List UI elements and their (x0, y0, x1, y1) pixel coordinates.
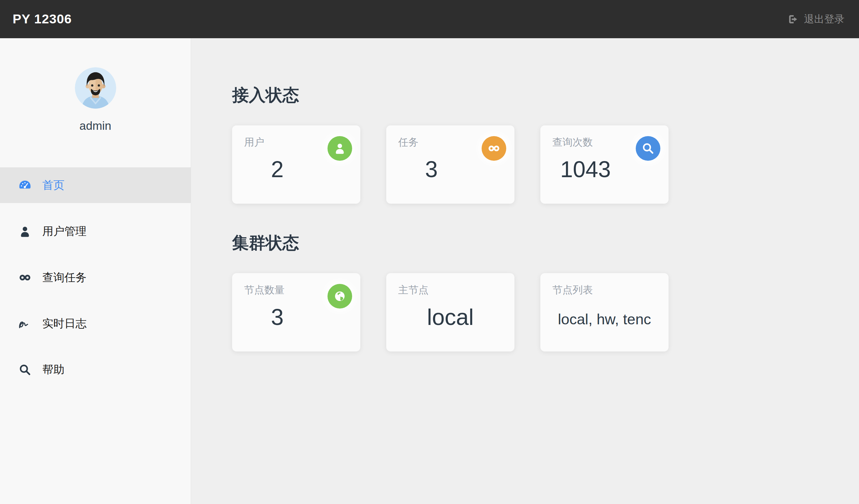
search-icon (636, 136, 660, 161)
card-value: local, hw, tenc (540, 312, 668, 326)
top-bar: PY 12306 退出登录 (0, 0, 859, 38)
section-title: 集群状态 (232, 233, 859, 252)
section-title: 接入状态 (232, 85, 859, 105)
dashboard-icon (18, 179, 32, 192)
search-icon (18, 363, 32, 377)
user-icon (18, 225, 32, 238)
sidebar-item-home[interactable]: 首页 (0, 167, 191, 203)
main-content: 接入状态 用户 2 任务 3 查询次数 10 (191, 38, 859, 504)
signature-icon (18, 317, 32, 330)
card-value: 3 (232, 306, 322, 329)
card-value: 3 (386, 158, 477, 181)
card-label: 主节点 (398, 283, 428, 297)
sidebar-item-label: 查询任务 (42, 270, 87, 285)
card-label: 用户 (244, 136, 264, 149)
logout-label: 退出登录 (804, 12, 844, 26)
card-row: 用户 2 任务 3 查询次数 1043 (232, 125, 859, 204)
card-value: 2 (232, 158, 322, 181)
card-master-node: 主节点 local (386, 273, 514, 351)
sidebar-item-user-management[interactable]: 用户管理 (0, 213, 191, 249)
sidebar-item-realtime-logs[interactable]: 实时日志 (0, 306, 191, 341)
sidebar-item-query-tasks[interactable]: 查询任务 (0, 260, 191, 295)
sign-out-icon (788, 14, 798, 25)
username: admin (0, 119, 191, 133)
user-icon (328, 136, 352, 161)
card-query-count: 查询次数 1043 (540, 125, 668, 204)
card-label: 任务 (398, 136, 419, 149)
section-access-status: 接入状态 用户 2 任务 3 查询次数 10 (232, 85, 859, 204)
card-node-count: 节点数量 3 (232, 273, 360, 351)
sidebar-item-label: 实时日志 (42, 316, 87, 331)
infinity-icon (482, 136, 506, 161)
logout-button[interactable]: 退出登录 (788, 12, 844, 26)
avatar (75, 67, 116, 109)
globe-icon (328, 284, 352, 308)
sidebar-menu: 首页 用户管理 查询任务 实时日志 帮助 (0, 167, 191, 387)
card-label: 节点数量 (244, 283, 285, 297)
infinity-icon (18, 271, 32, 284)
app-title: PY 12306 (13, 12, 72, 27)
section-cluster-status: 集群状态 节点数量 3 主节点 local 节点列表 local, hw, te… (232, 233, 859, 351)
card-label: 查询次数 (552, 136, 593, 149)
sidebar-item-label: 帮助 (42, 362, 64, 377)
card-users: 用户 2 (232, 125, 360, 204)
card-node-list: 节点列表 local, hw, tenc (540, 273, 668, 351)
card-value: 1043 (540, 158, 631, 181)
card-label: 节点列表 (552, 283, 593, 297)
card-row: 节点数量 3 主节点 local 节点列表 local, hw, tenc (232, 273, 859, 351)
sidebar-item-label: 首页 (42, 178, 64, 193)
sidebar: admin 首页 用户管理 查询任务 实时日志 帮助 (0, 38, 191, 504)
sidebar-item-label: 用户管理 (42, 224, 87, 239)
sidebar-item-help[interactable]: 帮助 (0, 352, 191, 387)
card-value: local (386, 306, 514, 329)
card-tasks: 任务 3 (386, 125, 514, 204)
